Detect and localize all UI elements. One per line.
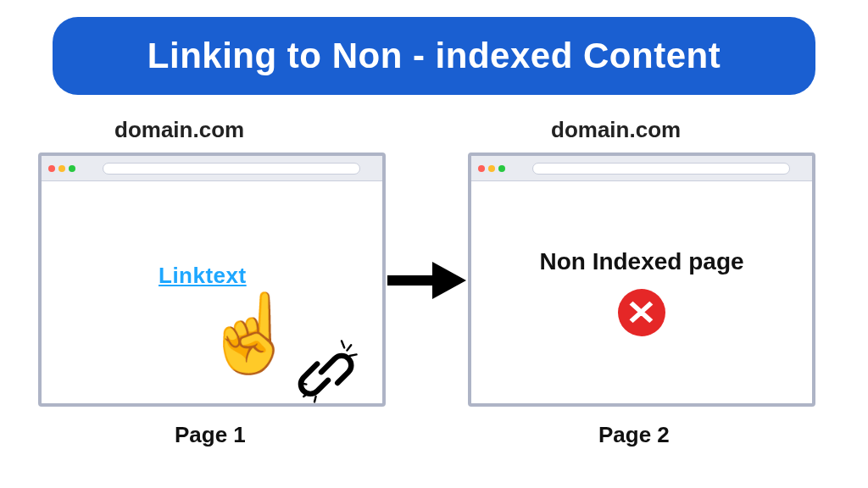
url-bar bbox=[103, 163, 360, 175]
error-x-icon: ✕ bbox=[618, 289, 665, 336]
svg-marker-7 bbox=[432, 262, 466, 299]
page-label-right: Page 2 bbox=[598, 422, 670, 448]
browser-body-right: Non Indexed page ✕ bbox=[471, 181, 812, 403]
svg-line-2 bbox=[350, 354, 357, 356]
svg-line-0 bbox=[342, 341, 344, 347]
domain-label-right: domain.com bbox=[551, 117, 681, 143]
browser-chrome bbox=[471, 156, 812, 181]
link-text[interactable]: Linktext bbox=[159, 263, 247, 289]
title-text: Linking to Non - indexed Content bbox=[147, 36, 721, 76]
svg-line-1 bbox=[347, 345, 351, 350]
window-close-dot-icon bbox=[478, 165, 485, 172]
window-maximize-dot-icon bbox=[498, 165, 505, 172]
arrow-right-icon bbox=[386, 258, 466, 302]
window-minimize-dot-icon bbox=[488, 165, 495, 172]
svg-line-5 bbox=[314, 396, 316, 402]
browser-window-right: Non Indexed page ✕ bbox=[468, 152, 815, 407]
title-banner: Linking to Non - indexed Content bbox=[53, 17, 815, 95]
window-close-dot-icon bbox=[48, 165, 55, 172]
window-minimize-dot-icon bbox=[58, 165, 65, 172]
link-chain-icon bbox=[294, 336, 362, 403]
pointer-hand-icon: ☝ bbox=[203, 295, 298, 371]
non-indexed-label: Non Indexed page bbox=[539, 248, 743, 275]
page-label-left: Page 1 bbox=[175, 422, 246, 448]
svg-line-3 bbox=[299, 383, 306, 385]
browser-body-left: Linktext ☝ bbox=[42, 181, 382, 403]
browser-chrome bbox=[42, 156, 382, 181]
domain-label-left: domain.com bbox=[114, 117, 244, 143]
window-maximize-dot-icon bbox=[69, 165, 75, 172]
browser-window-left: Linktext ☝ bbox=[38, 152, 386, 407]
x-mark: ✕ bbox=[626, 296, 657, 330]
url-bar bbox=[532, 163, 790, 175]
